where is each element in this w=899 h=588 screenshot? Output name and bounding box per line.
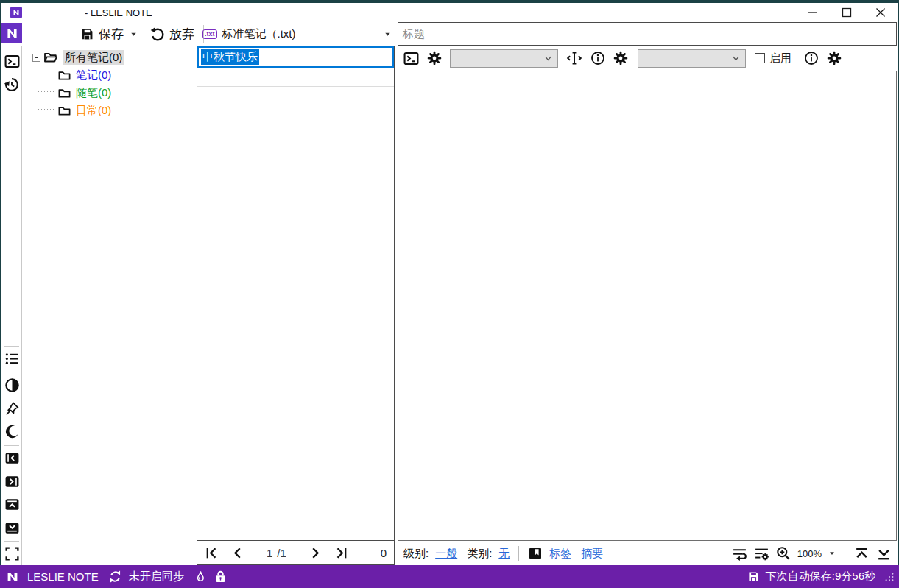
fullscreen-icon[interactable] — [4, 545, 20, 562]
enable-checkbox[interactable] — [755, 53, 765, 63]
tree-connector-stub — [38, 109, 54, 110]
rail-divider — [4, 541, 19, 542]
undo-icon — [149, 26, 165, 42]
app-logo-large — [1, 23, 22, 43]
page-total: /1 — [277, 547, 286, 559]
tree-row-essays[interactable]: 随笔(0) — [57, 84, 111, 102]
terminal-icon[interactable] — [403, 51, 419, 66]
tree-label-notes: 笔记(0) — [76, 68, 111, 82]
flame-icon[interactable] — [194, 570, 207, 584]
tree-row-daily[interactable]: 日常(0) — [57, 102, 111, 119]
level-value-link[interactable]: 一般 — [435, 547, 457, 561]
page-indicator: 1 /1 — [267, 547, 286, 559]
folder-open-icon — [43, 50, 58, 65]
sync-icon[interactable] — [108, 570, 122, 584]
window-controls — [796, 3, 898, 22]
gear-icon[interactable] — [613, 51, 628, 65]
history-icon[interactable] — [4, 77, 20, 93]
folder-icon — [57, 104, 71, 118]
tree-row-notes[interactable]: 笔记(0) — [57, 66, 111, 84]
pin-icon[interactable] — [4, 400, 20, 417]
gear-icon[interactable] — [427, 51, 442, 65]
level-label: 级别: — [403, 547, 429, 561]
note-list-column: 中秋节快乐 1 /1 0 — [197, 46, 395, 565]
chevron-down-icon — [730, 53, 741, 64]
previous-page-icon[interactable] — [230, 546, 244, 560]
resize-grip[interactable] — [884, 572, 895, 582]
note-title-placeholder: 标题 — [403, 27, 425, 41]
left-icon-rail — [1, 46, 22, 565]
maximize-button[interactable] — [830, 3, 864, 22]
info-icon[interactable] — [590, 51, 605, 65]
zoom-level: 100% — [797, 548, 822, 559]
zoom-caret-icon[interactable] — [828, 550, 836, 557]
contrast-icon[interactable] — [4, 377, 20, 393]
gear-icon[interactable] — [827, 51, 842, 65]
summary-link[interactable]: 摘要 — [581, 547, 603, 561]
collapse-bottom-panel-icon[interactable] — [4, 520, 20, 536]
minimize-button[interactable] — [796, 3, 830, 22]
discard-button[interactable]: 放弃 — [147, 26, 197, 43]
statusbar-app-name: LESLIE NOTE — [27, 570, 99, 583]
note-type-select[interactable]: .txt 标准笔记（.txt) — [199, 22, 396, 46]
lock-icon[interactable] — [214, 570, 228, 584]
plugin-select-2[interactable] — [638, 49, 746, 68]
note-list-row-divider — [197, 68, 394, 87]
status-bar: LESLIE NOTE 未开启同步 下次自动保存:9分56秒 — [0, 565, 899, 588]
note-title-edit-item[interactable]: 中秋节快乐 — [197, 46, 394, 68]
editor-area[interactable] — [398, 71, 897, 541]
note-title-input[interactable]: 标题 — [398, 22, 897, 46]
page-current: 1 — [267, 547, 272, 559]
scroll-to-bottom-icon[interactable] — [876, 546, 892, 562]
sync-status-text: 未开启同步 — [129, 570, 184, 584]
collapse-top-panel-icon[interactable] — [4, 496, 20, 512]
folder-tree: 所有笔记(0) 笔记(0) 随笔(0) 日常(0) — [22, 46, 197, 565]
dark-mode-moon-icon[interactable] — [4, 423, 20, 439]
editor-footer: 级别: 一般 类别: 无 标签 摘要 100% — [398, 542, 898, 565]
save-button[interactable]: 保存 — [77, 26, 127, 43]
text-cursor-icon[interactable] — [566, 50, 582, 66]
tree-connector-line — [38, 110, 38, 157]
category-value-link[interactable]: 无 — [498, 547, 510, 561]
note-type-label: 标准笔记（.txt) — [222, 27, 379, 41]
autosave-floppy-icon — [747, 570, 760, 583]
outline-list-icon[interactable] — [4, 350, 20, 366]
terminal-icon[interactable] — [4, 53, 20, 69]
note-item-selected-text: 中秋节快乐 — [201, 49, 259, 65]
app-logo-icon — [4, 569, 21, 585]
first-page-icon[interactable] — [205, 546, 219, 560]
note-list[interactable]: 中秋节快乐 — [197, 46, 394, 541]
collapse-right-panel-icon[interactable] — [4, 473, 20, 489]
tags-link[interactable]: 标签 — [549, 547, 571, 561]
rail-divider — [4, 445, 19, 446]
category-label: 类别: — [467, 547, 492, 561]
autosave-countdown: 下次自动保存:9分56秒 — [766, 570, 875, 584]
txt-badge-icon: .txt — [202, 29, 217, 39]
tree-collapse-icon[interactable] — [32, 54, 40, 62]
save-dropdown-caret-icon[interactable] — [130, 30, 138, 38]
folder-icon — [57, 86, 71, 100]
footer-divider — [845, 546, 845, 561]
chevron-down-icon — [543, 53, 554, 64]
zoom-in-icon[interactable] — [776, 546, 791, 561]
tree-root-label: 所有笔记(0) — [63, 50, 124, 65]
plugin-select-1[interactable] — [450, 49, 558, 68]
folder-icon — [57, 68, 71, 82]
wrap-settings-icon[interactable] — [754, 546, 769, 562]
collapse-left-panel-icon[interactable] — [4, 450, 20, 466]
tree-label-essays: 随笔(0) — [76, 86, 111, 100]
tree-root-row[interactable]: 所有笔记(0) — [32, 49, 124, 66]
save-icon — [80, 27, 94, 41]
tree-connector-stub — [38, 91, 54, 92]
word-wrap-icon[interactable] — [732, 546, 747, 562]
editor-toolbar: 启用 — [398, 46, 897, 70]
enable-label: 启用 — [769, 52, 792, 65]
pagination-bar: 1 /1 0 — [197, 541, 394, 564]
close-button[interactable] — [864, 3, 898, 22]
bookmark-icon[interactable] — [528, 546, 543, 561]
next-page-icon[interactable] — [309, 546, 322, 560]
info-icon[interactable] — [804, 51, 819, 65]
note-type-caret-icon — [384, 30, 392, 38]
scroll-to-top-icon[interactable] — [854, 546, 870, 562]
last-page-icon[interactable] — [334, 546, 348, 560]
